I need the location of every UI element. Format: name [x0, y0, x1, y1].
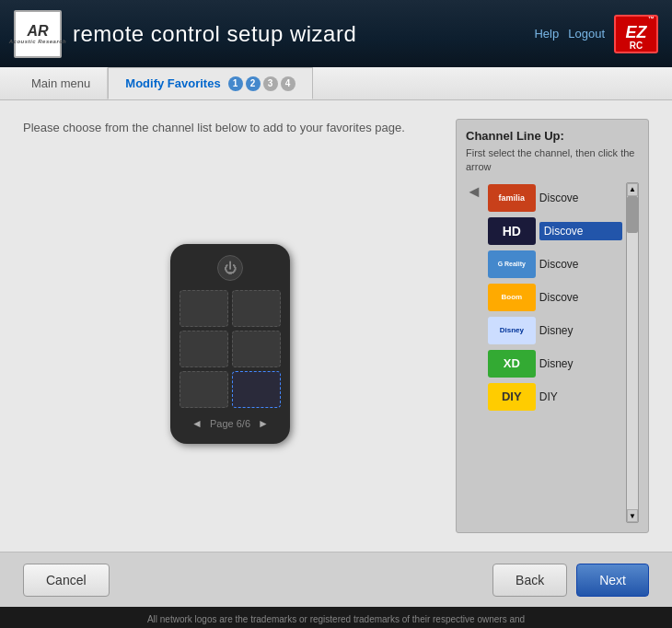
- next-button[interactable]: Next: [576, 564, 649, 597]
- header-right: Help Logout ™ EZ RC: [534, 15, 658, 53]
- channel-row[interactable]: DIYDIY: [488, 381, 622, 413]
- channel-name: Discove: [539, 192, 622, 204]
- app-title: remote control setup wizard: [73, 21, 356, 47]
- tab-main-menu[interactable]: Main menu: [14, 67, 108, 99]
- step-indicators: 1 2 3 4: [228, 76, 295, 91]
- scrollbar-down-button[interactable]: ▼: [627, 509, 638, 522]
- channel-row[interactable]: familiaDiscove: [488, 182, 622, 214]
- ezrc-tm: ™: [648, 16, 655, 23]
- page-label: Page 6/6: [210, 418, 250, 429]
- remote-prev-icon[interactable]: ◄: [191, 417, 203, 430]
- navbar: Main menu Modify Favorites 1 2 3 4: [0, 67, 672, 100]
- remote-next-icon[interactable]: ►: [258, 417, 269, 430]
- channel-scrollbar[interactable]: ▲ ▼: [626, 182, 639, 523]
- main-content: Please choose from the channel list belo…: [0, 100, 672, 552]
- step-4: 4: [281, 76, 295, 91]
- channel-lineup-title: Channel Line Up:: [466, 129, 639, 143]
- ezrc-badge: ™ EZ RC: [614, 15, 658, 53]
- channel-row[interactable]: HDDiscove: [488, 215, 622, 247]
- channel-name: Discove: [539, 222, 622, 240]
- channel-lineup-subtitle: First select the channel, then click the…: [466, 146, 639, 175]
- ar-logo-subtext: Acoustic Research: [9, 39, 67, 44]
- channel-row[interactable]: BoomDiscove: [488, 282, 622, 313]
- scrollbar-track: [627, 196, 638, 509]
- channel-row[interactable]: XDDisney: [488, 348, 622, 379]
- left-panel: Please choose from the channel list belo…: [23, 119, 437, 533]
- remote-power-button[interactable]: ⏻: [217, 255, 243, 281]
- bottom-notice: All network logos are the trademarks or …: [14, 612, 658, 628]
- channel-name: Disney: [539, 324, 622, 337]
- help-link[interactable]: Help: [534, 27, 559, 41]
- ezrc-rc: RC: [630, 41, 643, 52]
- channel-lineup-panel: Channel Line Up: First select the channe…: [456, 119, 649, 533]
- channel-list: familiaDiscoveHDDiscoveG RealityDiscoveB…: [488, 182, 622, 523]
- ar-logo-text: AR: [27, 24, 48, 39]
- remote-page-nav: ◄ Page 6/6 ►: [191, 417, 269, 430]
- bottom-bar: All network logos are the trademarks or …: [0, 607, 672, 628]
- remote-btn-5: [180, 371, 228, 408]
- channel-logo: XD: [488, 350, 536, 378]
- remote-btn-6-active: [232, 371, 281, 408]
- channel-logo: HD: [488, 217, 536, 245]
- select-channel-arrow[interactable]: ◄: [466, 182, 482, 523]
- channel-list-wrapper: ◄ familiaDiscoveHDDiscoveG RealityDiscov…: [466, 182, 639, 523]
- scrollbar-up-button[interactable]: ▲: [627, 183, 638, 196]
- step-1: 1: [228, 76, 243, 91]
- channel-logo: G Reality: [488, 250, 536, 278]
- remote-btn-3: [180, 331, 228, 367]
- step-2: 2: [246, 76, 261, 91]
- ar-logo-badge: AR Acoustic Research: [14, 10, 62, 58]
- footer-bar: Cancel Back Next: [0, 552, 672, 607]
- remote-container: ⏻ ◄ Page 6/6 ►: [23, 156, 437, 534]
- channel-name: Discove: [539, 291, 622, 304]
- scrollbar-thumb: [627, 196, 638, 233]
- header: AR Acoustic Research remote control setu…: [0, 0, 672, 67]
- header-logo: AR Acoustic Research remote control setu…: [14, 10, 356, 58]
- remote-buttons-grid: [180, 290, 281, 408]
- cancel-button[interactable]: Cancel: [23, 564, 110, 597]
- logout-link[interactable]: Logout: [568, 27, 605, 41]
- remote-btn-1: [180, 290, 228, 327]
- step-3: 3: [263, 76, 278, 91]
- ezrc-ez: EZ: [625, 24, 646, 41]
- channel-name: Disney: [539, 357, 622, 370]
- channel-row[interactable]: G RealityDiscove: [488, 249, 622, 280]
- remote-btn-4: [232, 331, 281, 367]
- tab-modify-favorites[interactable]: Modify Favorites 1 2 3 4: [108, 67, 312, 99]
- footer-buttons-right: Back Next: [492, 564, 649, 597]
- channel-row[interactable]: DisneyDisney: [488, 315, 622, 346]
- channel-logo: DIY: [488, 383, 536, 411]
- remote-control: ⏻ ◄ Page 6/6 ►: [170, 244, 290, 444]
- instruction-text: Please choose from the channel list belo…: [23, 119, 437, 137]
- channel-logo: Boom: [488, 284, 536, 311]
- channel-logo: Disney: [488, 317, 536, 344]
- channel-logo: familia: [488, 184, 536, 212]
- remote-btn-2: [232, 290, 281, 327]
- channel-name: Discove: [539, 258, 622, 271]
- back-button[interactable]: Back: [492, 564, 567, 597]
- channel-name: DIY: [539, 390, 622, 403]
